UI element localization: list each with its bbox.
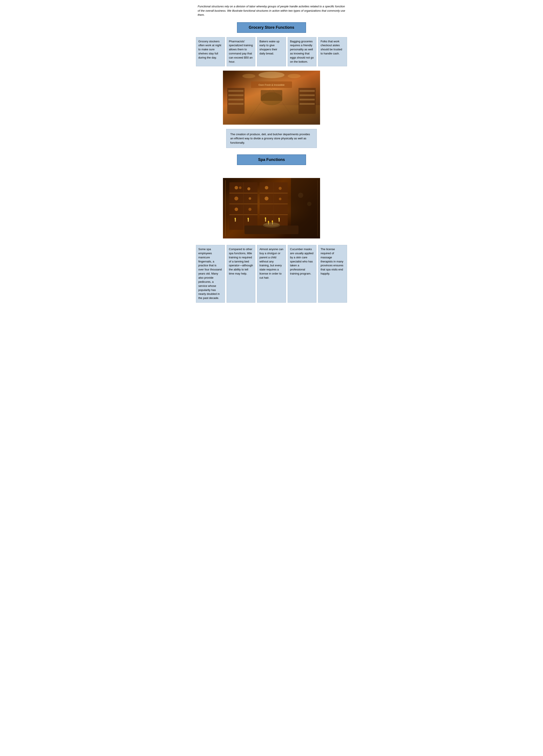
svg-rect-9 (228, 99, 244, 100)
grocery-store-image: Oven Fresh & Irresistible (223, 71, 320, 125)
svg-point-31 (235, 208, 238, 211)
svg-rect-15 (299, 103, 315, 105)
grocery-card-5: Folks that work checkout aisles should b… (318, 37, 347, 66)
svg-point-57 (268, 221, 269, 223)
svg-point-52 (307, 202, 311, 206)
svg-point-30 (249, 197, 251, 200)
grocery-caption: The creation of produce, deli, and butch… (196, 129, 347, 148)
spa-image-container (196, 178, 347, 238)
svg-point-32 (249, 208, 252, 211)
spa-interior-image (223, 178, 320, 238)
grocery-card-4: Bagging groceries requires a friendly pe… (288, 37, 316, 66)
svg-rect-14 (299, 99, 315, 100)
spa-card-3: Almost anyone can buy a shotgun or paren… (257, 245, 286, 303)
svg-point-36 (248, 218, 249, 219)
svg-point-28 (247, 187, 251, 190)
section-title-grocery: Grocery Store Functions (237, 22, 306, 33)
grocery-card-3: Bakers wake up early to give shoppers th… (257, 37, 286, 66)
svg-rect-17 (261, 90, 282, 101)
intro-paragraph: Functional structures rely on a division… (196, 4, 347, 17)
svg-point-44 (265, 197, 269, 200)
svg-rect-10 (228, 103, 244, 105)
svg-point-59 (272, 220, 273, 222)
svg-rect-8 (228, 94, 244, 96)
grocery-card-2: Pharmacists' specialized training allows… (227, 37, 256, 66)
svg-text:Oven Fresh & Irresistible: Oven Fresh & Irresistible (258, 84, 284, 86)
svg-point-1 (259, 72, 284, 78)
spa-card-1: Some spa employees manicure fingernails,… (196, 245, 225, 303)
svg-point-49 (278, 218, 280, 219)
spa-card-5: The license required of massage therapis… (318, 245, 347, 303)
svg-rect-46 (265, 219, 266, 222)
svg-point-55 (264, 222, 279, 226)
grocery-image-container: Oven Fresh & Irresistible (196, 71, 347, 125)
svg-point-26 (235, 186, 238, 189)
svg-point-34 (235, 218, 236, 219)
svg-point-2 (243, 74, 255, 78)
grocery-caption-text: The creation of produce, deli, and butch… (226, 129, 317, 148)
svg-point-29 (235, 197, 238, 200)
spa-card-2: Compared to other spa functions, little … (227, 245, 256, 303)
svg-point-45 (279, 198, 281, 200)
svg-point-27 (239, 186, 242, 189)
svg-point-42 (265, 186, 268, 189)
svg-point-51 (298, 193, 303, 198)
spa-cards-row: Some spa employees manicure fingernails,… (196, 245, 347, 303)
grocery-cards-row: Grocery stockers often work at night to … (196, 37, 347, 66)
svg-rect-12 (299, 90, 315, 92)
grocery-card-1: Grocery stockers often work at night to … (196, 37, 225, 66)
svg-point-43 (278, 187, 281, 190)
svg-point-3 (288, 74, 300, 78)
svg-point-47 (265, 217, 266, 219)
svg-rect-13 (299, 94, 315, 96)
svg-rect-7 (228, 90, 244, 92)
spa-card-4: Cucumber masks are usually applied by a … (288, 245, 316, 303)
section-title-spa: Spa Functions (237, 154, 306, 165)
